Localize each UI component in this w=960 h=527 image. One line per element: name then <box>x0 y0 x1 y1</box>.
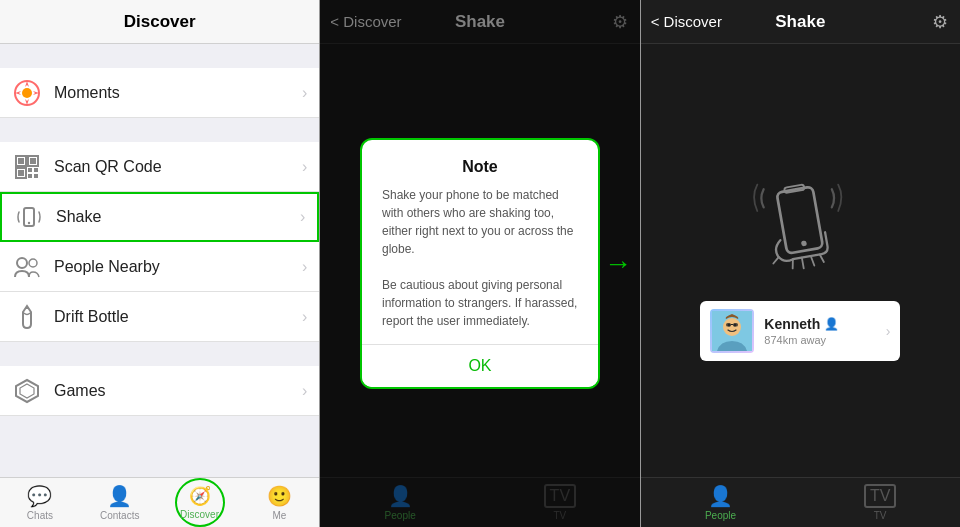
contacts-label: Contacts <box>100 510 139 521</box>
modal-paragraph1: Shake your phone to be matched with othe… <box>382 186 578 258</box>
drift-bottle-chevron: › <box>302 308 307 326</box>
svg-point-23 <box>723 318 741 336</box>
people-nearby-icon <box>12 252 42 282</box>
svg-point-21 <box>801 240 807 246</box>
svg-rect-8 <box>28 168 32 172</box>
shake-panel: < Discover Shake ⚙ 👤 People TV TV Note S… <box>320 0 639 527</box>
svg-point-13 <box>28 222 30 224</box>
shake-result-nav-back[interactable]: < Discover <box>651 13 722 30</box>
svg-rect-26 <box>726 323 731 327</box>
svg-point-15 <box>29 259 37 267</box>
shake-result-title: Shake <box>775 12 825 32</box>
svg-rect-3 <box>18 158 24 164</box>
shake-label: Shake <box>56 208 300 226</box>
tab-chats[interactable]: 💬 Chats <box>0 478 80 527</box>
result-avatar <box>710 309 754 353</box>
result-name: Kenneth 👤 <box>764 316 875 332</box>
svg-rect-10 <box>28 174 32 178</box>
modal-content: Note Shake your phone to be matched with… <box>362 140 598 344</box>
people-nearby-label: People Nearby <box>54 258 302 276</box>
shake-chevron: › <box>300 208 305 226</box>
moments-icon <box>12 78 42 108</box>
games-label: Games <box>54 382 302 400</box>
discover-active-circle: 🧭 Discover <box>175 478 225 527</box>
shake-result-area: Kenneth 👤 874km away › <box>641 44 960 477</box>
menu-item-scan-qr[interactable]: Scan QR Code › <box>0 142 319 192</box>
people-nearby-chevron: › <box>302 258 307 276</box>
modal-ok-button[interactable]: OK <box>362 345 598 387</box>
chats-label: Chats <box>27 510 53 521</box>
menu-item-drift-bottle[interactable]: Drift Bottle › <box>0 292 319 342</box>
discover-title: Discover <box>124 12 196 32</box>
scan-qr-chevron: › <box>302 158 307 176</box>
me-label: Me <box>272 510 286 521</box>
tab-contacts[interactable]: 👤 Contacts <box>80 478 160 527</box>
discover-menu-list: Moments › Scan QR Code <box>0 44 319 477</box>
result-card[interactable]: Kenneth 👤 874km away › <box>700 301 900 361</box>
svg-rect-11 <box>34 174 38 178</box>
modal-paragraph2: Be cautious about giving personal inform… <box>382 276 578 330</box>
result-distance: 874km away <box>764 334 875 346</box>
menu-top-spacer <box>0 44 319 68</box>
menu-spacer-2 <box>0 342 319 366</box>
discover-panel: Discover Moments › <box>0 0 319 527</box>
svg-point-1 <box>22 88 32 98</box>
games-chevron: › <box>302 382 307 400</box>
svg-marker-18 <box>20 384 34 398</box>
svg-point-14 <box>17 258 27 268</box>
result-tv-icon: TV <box>864 484 896 508</box>
shake-result-tab-bar: 👤 People TV TV <box>641 477 960 527</box>
result-tab-tv[interactable]: TV TV <box>800 478 960 527</box>
moments-chevron: › <box>302 84 307 102</box>
result-info: Kenneth 👤 874km away <box>764 316 875 346</box>
drift-bottle-icon <box>12 302 42 332</box>
chats-icon: 💬 <box>27 484 52 508</box>
result-user-icon: 👤 <box>824 317 839 331</box>
panel-arrow: → <box>604 248 632 280</box>
contacts-icon: 👤 <box>107 484 132 508</box>
discover-tab-bar: 💬 Chats 👤 Contacts 🧭 Discover 🙂 Me <box>0 477 319 527</box>
moments-label: Moments <box>54 84 302 102</box>
svg-rect-9 <box>34 168 38 172</box>
scan-qr-icon <box>12 152 42 182</box>
result-people-icon: 👤 <box>708 484 733 508</box>
svg-marker-17 <box>16 380 38 402</box>
menu-item-moments[interactable]: Moments › <box>0 68 319 118</box>
shake-icon <box>14 202 44 232</box>
shake-result-nav-bar: < Discover Shake ⚙ <box>641 0 960 44</box>
result-tab-people[interactable]: 👤 People <box>641 478 801 527</box>
discover-label: Discover <box>180 509 219 520</box>
scan-qr-label: Scan QR Code <box>54 158 302 176</box>
svg-rect-19 <box>777 186 824 253</box>
discover-icon: 🧭 <box>189 485 211 507</box>
tab-discover[interactable]: 🧭 Discover <box>160 478 240 527</box>
menu-item-shake[interactable]: Shake › <box>0 192 319 242</box>
modal-overlay: Note Shake your phone to be matched with… <box>320 0 639 527</box>
menu-item-games[interactable]: Games › <box>0 366 319 416</box>
games-icon <box>12 376 42 406</box>
menu-spacer-1 <box>0 118 319 142</box>
shake-phone-illustration <box>740 161 860 281</box>
svg-rect-5 <box>30 158 36 164</box>
me-icon: 🙂 <box>267 484 292 508</box>
svg-rect-27 <box>733 323 738 327</box>
note-modal: Note Shake your phone to be matched with… <box>360 138 600 389</box>
result-people-label: People <box>705 510 736 521</box>
tab-me[interactable]: 🙂 Me <box>239 478 319 527</box>
result-chevron: › <box>886 323 891 339</box>
drift-bottle-label: Drift Bottle <box>54 308 302 326</box>
shake-result-panel: < Discover Shake ⚙ <box>641 0 960 527</box>
svg-rect-7 <box>18 170 24 176</box>
modal-title: Note <box>382 158 578 176</box>
discover-nav-bar: Discover <box>0 0 319 44</box>
result-tv-label: TV <box>874 510 887 521</box>
shake-result-settings-icon[interactable]: ⚙ <box>932 11 948 33</box>
menu-item-people-nearby[interactable]: People Nearby › <box>0 242 319 292</box>
